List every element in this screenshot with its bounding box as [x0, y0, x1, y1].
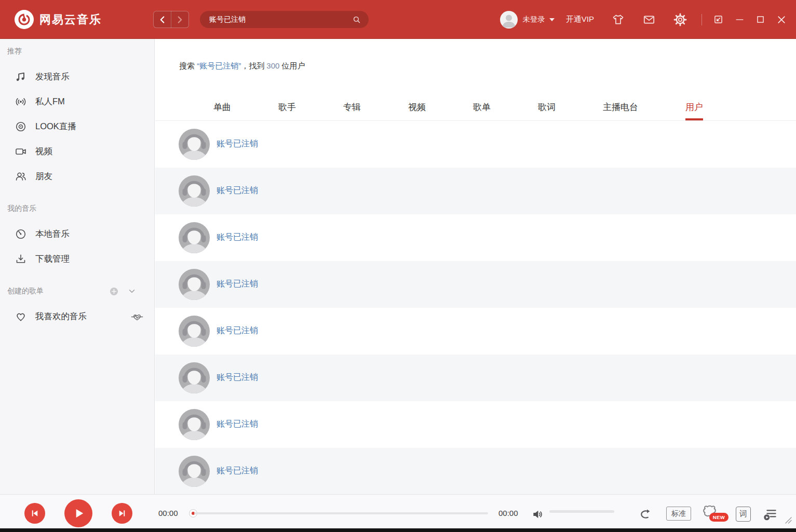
- messages-button[interactable]: [642, 13, 656, 26]
- sidebar-item-label: 视频: [35, 146, 52, 157]
- tab-playlists[interactable]: 歌单: [473, 101, 491, 120]
- loop-icon: [638, 507, 653, 522]
- user-name-link[interactable]: 账号已注销: [217, 372, 258, 383]
- user-avatar[interactable]: [179, 269, 210, 300]
- search-results-page: 搜索 “账号已注销”，找到 300 位用户 单曲歌手专辑视频歌单歌词主播电台用户…: [155, 39, 796, 494]
- user-row[interactable]: 账号已注销: [155, 168, 796, 214]
- look-live-icon: [15, 120, 27, 133]
- tab-users[interactable]: 用户: [685, 101, 703, 120]
- forward-button[interactable]: [171, 11, 189, 28]
- next-button[interactable]: [112, 503, 132, 524]
- skin-theme-button[interactable]: [612, 13, 625, 26]
- user-row[interactable]: 账号已注销: [155, 354, 796, 401]
- volume-button[interactable]: [531, 508, 545, 523]
- sidebar-item-discover-music[interactable]: 发现音乐: [0, 64, 154, 89]
- user-avatar[interactable]: [179, 409, 210, 440]
- user-row[interactable]: 账号已注销: [155, 214, 796, 261]
- user-name-link[interactable]: 账号已注销: [217, 419, 258, 430]
- vip-link[interactable]: 开通VIP: [566, 15, 594, 24]
- tab-videos[interactable]: 视频: [408, 101, 426, 120]
- user-name-link[interactable]: 账号已注销: [217, 325, 258, 336]
- section-label: 我的音乐: [7, 204, 36, 213]
- music-note-icon: [15, 71, 27, 83]
- search-box[interactable]: [200, 11, 369, 28]
- user-avatar[interactable]: [179, 456, 210, 487]
- user-name-link[interactable]: 账号已注销: [217, 279, 258, 290]
- tshirt-icon: [612, 13, 625, 26]
- summary-middle: ，找到: [241, 61, 266, 70]
- minimize-icon: [735, 15, 745, 24]
- new-badge: NEW: [709, 513, 728, 522]
- sidebar-item-video[interactable]: 视频: [0, 139, 154, 164]
- user-name-link[interactable]: 账号已注销: [217, 185, 258, 196]
- user-avatar[interactable]: [179, 129, 210, 160]
- user-name-link[interactable]: 账号已注销: [217, 466, 258, 476]
- gear-icon: [673, 13, 687, 26]
- user-name-link[interactable]: 账号已注销: [217, 232, 258, 243]
- sidebar-item-label: 发现音乐: [35, 71, 70, 83]
- user-row[interactable]: 账号已注销: [155, 401, 796, 448]
- login-caret-icon[interactable]: [549, 18, 555, 21]
- user-name-link[interactable]: 账号已注销: [217, 139, 258, 149]
- tab-lyrics[interactable]: 歌词: [538, 101, 556, 120]
- speaker-icon: [531, 508, 545, 521]
- sidebar-item-private-fm[interactable]: 私人FM: [0, 89, 154, 114]
- sidebar-item-local-music[interactable]: 本地音乐: [0, 222, 154, 247]
- close-button[interactable]: [776, 15, 787, 25]
- lyrics-button[interactable]: 词: [736, 507, 751, 522]
- back-button[interactable]: [153, 11, 171, 28]
- play-button[interactable]: [64, 499, 92, 527]
- user-row[interactable]: 账号已注销: [155, 448, 796, 494]
- tabs: 单曲歌手专辑视频歌单歌词主播电台用户: [155, 95, 796, 121]
- close-icon: [776, 15, 787, 25]
- sidebar-item-look-live[interactable]: LOOK直播: [0, 114, 154, 139]
- heart-mode-icon[interactable]: [130, 311, 144, 322]
- search-input[interactable]: [200, 16, 352, 24]
- add-playlist-button[interactable]: [109, 287, 119, 296]
- plus-icon: [109, 287, 119, 296]
- tab-artists[interactable]: 歌手: [278, 101, 296, 120]
- summary-suffix: 位用户: [279, 61, 305, 70]
- tab-radio[interactable]: 主播电台: [603, 101, 638, 120]
- tab-albums[interactable]: 专辑: [343, 101, 361, 120]
- maximize-button[interactable]: [755, 15, 765, 24]
- login-label[interactable]: 未登录: [522, 15, 545, 24]
- search-icon[interactable]: [352, 15, 361, 24]
- user-avatar[interactable]: [179, 362, 210, 393]
- current-time: 00:00: [158, 509, 178, 517]
- sidebar-item-download-manager[interactable]: 下载管理: [0, 247, 154, 271]
- next-icon: [117, 509, 127, 518]
- minimize-button[interactable]: [735, 15, 745, 24]
- volume-slider[interactable]: [549, 510, 614, 513]
- sidebar-item-friends[interactable]: 朋友: [0, 164, 154, 189]
- resize-grip[interactable]: [784, 516, 792, 526]
- mini-mode-button[interactable]: [713, 14, 724, 25]
- summary-prefix: 搜索: [179, 61, 197, 70]
- user-row[interactable]: 账号已注销: [155, 261, 796, 308]
- user-row[interactable]: 账号已注销: [155, 121, 796, 168]
- app-title: 网易云音乐: [39, 12, 102, 28]
- progress-slider[interactable]: [194, 512, 488, 514]
- quality-button[interactable]: 标准: [666, 507, 691, 521]
- previous-button[interactable]: [24, 503, 45, 524]
- settings-button[interactable]: [673, 13, 687, 26]
- sidebar-item-label: 本地音乐: [35, 228, 70, 240]
- user-avatar[interactable]: [500, 11, 518, 29]
- tab-songs[interactable]: 单曲: [213, 101, 231, 120]
- user-avatar[interactable]: [179, 316, 210, 347]
- playlist-button[interactable]: [762, 507, 778, 524]
- user-row[interactable]: 账号已注销: [155, 308, 796, 354]
- sidebar-section-created-playlists: 创建的歌单: [0, 285, 154, 297]
- playlist-icon: [762, 507, 778, 522]
- user-avatar[interactable]: [179, 222, 210, 253]
- titlebar-divider: [701, 14, 702, 25]
- user-avatar[interactable]: [179, 175, 210, 207]
- sidebar-item-liked-music[interactable]: 我喜欢的音乐: [0, 304, 154, 329]
- mail-icon: [642, 13, 656, 26]
- search-summary: 搜索 “账号已注销”，找到 300 位用户: [179, 61, 305, 71]
- friends-icon: [15, 170, 27, 183]
- loop-mode-button[interactable]: [638, 507, 653, 524]
- section-label: 创建的歌单: [7, 287, 44, 296]
- collapse-playlists-button[interactable]: [127, 287, 137, 296]
- sidebar-item-label: 私人FM: [35, 96, 65, 107]
